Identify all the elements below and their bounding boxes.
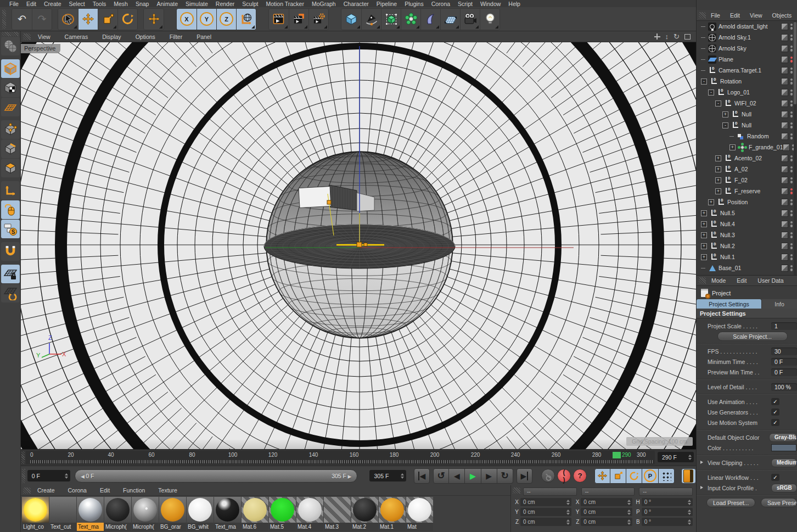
object-name[interactable]: Null — [742, 122, 751, 128]
object-name[interactable]: Null.5 — [720, 210, 735, 216]
object-list-scrollbar[interactable] — [794, 21, 796, 275]
next-frame-button[interactable]: ▶ — [481, 468, 497, 484]
color-swatch[interactable] — [771, 444, 796, 451]
fps-field[interactable]: 30 — [771, 348, 797, 355]
object-name[interactable]: Rotation — [720, 78, 742, 85]
end-stepper[interactable] — [401, 473, 404, 479]
material-name[interactable]: Mat — [406, 523, 433, 531]
last-used-tool[interactable] — [144, 9, 164, 30]
deformers-button[interactable] — [420, 9, 440, 30]
expand-toggle[interactable]: + — [701, 243, 707, 249]
object-row[interactable]: - Null — [697, 120, 797, 131]
object-icon[interactable] — [731, 110, 739, 119]
texture-tag-toggle[interactable] — [781, 122, 788, 129]
object-row[interactable]: + Null.1 — [697, 251, 797, 262]
object-row[interactable]: + Null.3 — [697, 229, 797, 240]
texture-tag-toggle[interactable] — [781, 210, 788, 217]
material-name[interactable]: Mat.2 — [351, 523, 378, 531]
object-manager-menu-item[interactable]: Objects — [767, 12, 797, 19]
expand-toggle[interactable]: - — [715, 100, 721, 107]
render-visibility-dot[interactable] — [790, 236, 793, 238]
object-name[interactable]: F_reserve — [734, 188, 760, 194]
material-tile[interactable]: Text_cut — [49, 497, 76, 531]
texture-tag-toggle[interactable] — [783, 144, 790, 151]
model-mode-button[interactable] — [1, 59, 20, 78]
texture-tag-toggle[interactable] — [781, 45, 788, 52]
light-button[interactable] — [480, 9, 499, 30]
object-name[interactable]: Position — [727, 199, 748, 205]
editor-visibility-dot[interactable] — [790, 133, 793, 136]
project-scale-field[interactable]: 1 — [771, 322, 797, 330]
render-picture-viewer-button[interactable] — [289, 9, 308, 30]
workplane-mode-button[interactable] — [1, 98, 20, 116]
edges-mode-button[interactable] — [1, 139, 20, 158]
material-tile[interactable]: Light_co — [22, 497, 49, 531]
material-name[interactable]: Mat.5 — [269, 523, 296, 531]
default-object-color-dropdown[interactable]: Gray-Blue — [769, 433, 797, 442]
menu-item[interactable]: Plugins — [401, 1, 427, 7]
material-preview[interactable] — [406, 497, 433, 523]
scale-x-field[interactable]: 0 cm — [581, 498, 632, 506]
render-visibility-dot[interactable] — [790, 268, 793, 271]
vp-maximize-icon[interactable] — [684, 34, 691, 40]
time-stepper[interactable] — [65, 473, 68, 479]
object-icon[interactable] — [708, 44, 716, 53]
play-button[interactable]: ▶ — [465, 468, 481, 484]
expand-toggle[interactable] — [729, 136, 734, 137]
editor-visibility-dot[interactable] — [790, 89, 793, 92]
current-frame-marker[interactable] — [613, 452, 621, 458]
redo-button[interactable]: ↷ — [32, 9, 52, 30]
magnet-snap-button[interactable] — [1, 242, 20, 261]
coordinate-system-button[interactable] — [236, 9, 256, 30]
render-settings-button[interactable] — [308, 9, 328, 30]
keyframe-selection-button[interactable]: ? — [573, 469, 587, 483]
undo-button[interactable]: ↶ — [12, 9, 32, 30]
move-tool[interactable] — [78, 9, 98, 30]
material-menu-item[interactable]: Function — [116, 487, 151, 494]
editor-visibility-dot[interactable] — [790, 111, 793, 114]
play-backwards-button[interactable]: ↺ — [433, 468, 449, 484]
view-clipping-expander[interactable] — [700, 461, 703, 464]
object-icon[interactable] — [710, 77, 718, 86]
editor-visibility-dot[interactable] — [790, 221, 793, 224]
material-preview[interactable] — [324, 497, 351, 523]
texture-tag-toggle[interactable] — [781, 23, 788, 30]
object-row[interactable]: - Rotation — [697, 76, 797, 87]
menu-item[interactable]: Select — [65, 1, 89, 7]
menu-item[interactable]: Render — [212, 1, 238, 7]
render-visibility-dot[interactable] — [790, 137, 793, 139]
vp-zoom-icon[interactable]: ↕ — [665, 32, 669, 41]
menu-item[interactable]: Simulate — [182, 1, 212, 7]
material-tile[interactable]: Mat.6 — [242, 497, 268, 531]
lock-x-axis[interactable]: X — [177, 9, 197, 30]
object-row[interactable]: Plane — [697, 54, 797, 65]
current-time-field[interactable]: 0 F — [27, 470, 70, 481]
rot-p-field[interactable]: 0 ° — [642, 508, 693, 516]
object-icon[interactable] — [710, 220, 718, 228]
render-visibility-dot[interactable] — [790, 170, 793, 172]
object-icon[interactable] — [710, 209, 718, 217]
render-visibility-dot[interactable] — [790, 126, 793, 128]
expand-toggle[interactable] — [701, 37, 705, 38]
texture-tag-toggle[interactable] — [781, 221, 788, 228]
object-row[interactable]: Arnold Sky — [697, 43, 797, 54]
material-tile[interactable]: Text_ma — [214, 497, 241, 531]
attribute-menu-item[interactable]: Mode — [706, 277, 731, 284]
editor-visibility-dot[interactable] — [790, 100, 793, 103]
editor-visibility-dot[interactable] — [790, 122, 793, 125]
object-name[interactable]: Logo_01 — [727, 89, 750, 96]
spline-pen-button[interactable] — [361, 9, 381, 30]
coords-mode-dropdown-2[interactable]: -- — [581, 488, 635, 496]
viewport-canvas[interactable]: Perspective Z X Y Grid Spacing: 100 cm — [21, 42, 696, 449]
menu-item[interactable]: Snap — [132, 1, 153, 7]
material-preview[interactable] — [104, 497, 131, 523]
expand-toggle[interactable]: + — [701, 254, 707, 260]
scale-tool[interactable] — [98, 9, 117, 30]
render-visibility-dot[interactable] — [790, 159, 793, 161]
section-header[interactable]: Project Settings — [697, 309, 797, 318]
texture-tag-toggle[interactable] — [781, 188, 788, 195]
editor-visibility-dot[interactable] — [790, 57, 793, 59]
object-manager-menu-item[interactable]: View — [745, 12, 767, 19]
expand-toggle[interactable]: + — [715, 188, 721, 194]
material-preview[interactable] — [269, 497, 296, 523]
